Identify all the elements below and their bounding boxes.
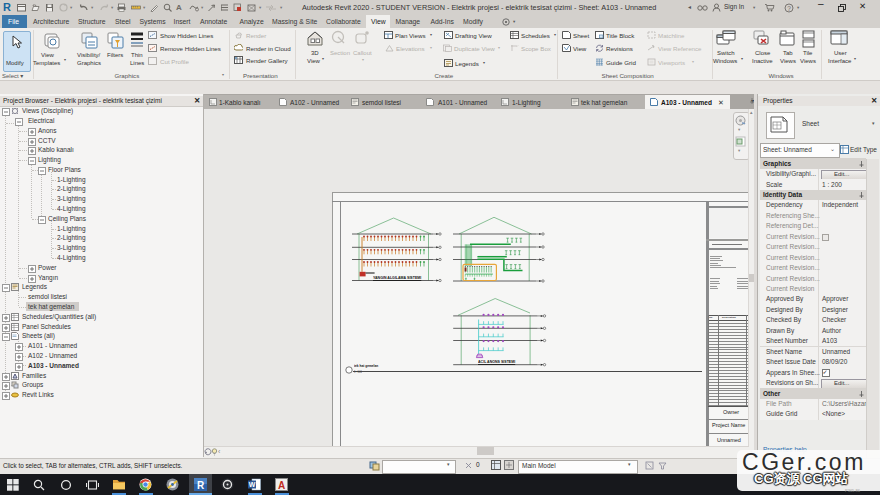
svg-text:R: R: [197, 480, 205, 491]
svg-text:W: W: [249, 481, 256, 488]
svg-text:?: ?: [787, 4, 791, 11]
svg-text:A: A: [278, 480, 285, 491]
